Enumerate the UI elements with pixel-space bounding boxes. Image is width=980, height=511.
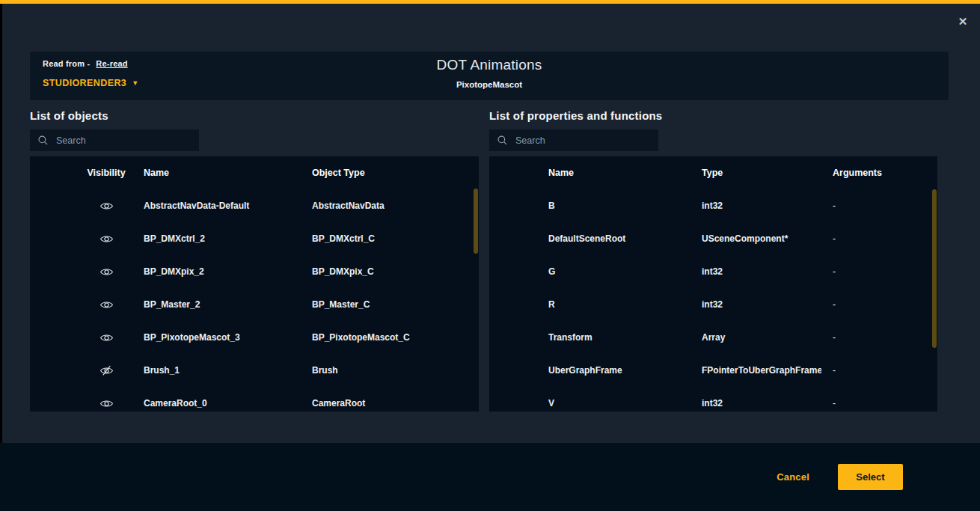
properties-table-body: Bint32-DefaultSceneRootUSceneComponent*-… — [489, 189, 937, 411]
object-name: CameraRoot_0 — [133, 398, 301, 409]
objects-table-body: AbstractNavData-DefaultAbstractNavDataBP… — [30, 189, 479, 411]
property-row[interactable]: UberGraphFrameFPointerToUberGraphFrame- — [489, 354, 937, 387]
object-name: BP_DMXpix_2 — [133, 266, 301, 277]
objects-search-box — [30, 129, 199, 151]
object-row[interactable]: BP_PixotopeMascot_3BP_PixotopeMascot_C — [30, 321, 479, 354]
visibility-cell — [98, 362, 114, 379]
property-name: UberGraphFrame — [537, 365, 690, 376]
visibility-cell — [98, 395, 114, 411]
object-type: AbstractNavData — [301, 201, 479, 211]
object-row[interactable]: BP_DMXctrl_2BP_DMXctrl_C — [30, 222, 479, 255]
visibility-toggle[interactable] — [98, 395, 114, 411]
object-name: Brush_1 — [133, 365, 301, 376]
property-name: V — [537, 398, 690, 409]
properties-panel-heading: List of properties and functions — [489, 109, 937, 122]
visibility-cell — [98, 198, 114, 214]
property-name: Transform — [537, 332, 690, 343]
property-name: R — [537, 299, 690, 310]
object-row[interactable]: Brush_1Brush — [30, 354, 479, 387]
object-type: BP_PixotopeMascot_C — [301, 332, 479, 343]
column-header-arguments: Arguments — [821, 168, 937, 178]
property-row[interactable]: DefaultSceneRootUSceneComponent*- — [489, 222, 937, 255]
search-icon — [497, 135, 508, 146]
eye-icon — [99, 265, 114, 279]
property-type: USceneComponent* — [690, 233, 821, 244]
eye-icon — [99, 199, 114, 213]
reread-link[interactable]: Re-read — [96, 59, 127, 68]
object-type: BP_DMXctrl_C — [301, 233, 479, 244]
object-row[interactable]: CameraRoot_0CameraRoot — [30, 387, 479, 411]
dialog-footer: Cancel Select — [0, 443, 980, 511]
source-selector-value: STUDIORENDER3 — [43, 78, 126, 88]
property-type: int32 — [690, 201, 821, 211]
properties-search-box — [489, 129, 658, 151]
accent-top-bar — [0, 0, 980, 4]
select-button[interactable]: Select — [838, 464, 903, 490]
property-row[interactable]: Bint32- — [489, 189, 937, 222]
property-type: int32 — [690, 266, 821, 277]
object-type: Brush — [301, 365, 479, 376]
read-from-block: Read from -Re-read STUDIORENDER3▼ — [43, 59, 138, 88]
objects-search-input[interactable] — [49, 129, 199, 151]
properties-panel: List of properties and functions Name Ty… — [489, 109, 937, 411]
dialog-header: Read from -Re-read STUDIORENDER3▼ DOT An… — [30, 52, 949, 100]
dot-animations-dialog: ✕ Read from -Re-read STUDIORENDER3▼ DOT … — [0, 0, 980, 511]
property-row[interactable]: Rint32- — [489, 288, 937, 321]
visibility-toggle[interactable] — [98, 230, 114, 247]
column-header-name: Name — [133, 168, 301, 178]
column-header-visibility: Visibility — [87, 168, 125, 178]
column-header-name: Name — [537, 168, 690, 178]
cancel-button[interactable]: Cancel — [777, 471, 809, 483]
object-row[interactable]: BP_Master_2BP_Master_C — [30, 288, 479, 321]
property-arguments: - — [821, 332, 937, 343]
object-row[interactable]: AbstractNavData-DefaultAbstractNavData — [30, 189, 479, 222]
object-type: BP_Master_C — [301, 299, 479, 310]
property-type: FPointerToUberGraphFrame — [690, 365, 821, 376]
window-edge — [0, 0, 2, 511]
visibility-toggle[interactable] — [98, 329, 114, 346]
property-name: G — [537, 266, 690, 277]
eye-icon — [99, 397, 114, 411]
visibility-cell — [98, 329, 114, 346]
property-arguments: - — [821, 201, 937, 211]
page-subtitle: PixotopeMascot — [340, 80, 639, 89]
property-row[interactable]: TransformArray- — [489, 321, 937, 354]
property-row[interactable]: Gint32- — [489, 255, 937, 288]
property-name: B — [537, 201, 690, 211]
property-arguments: - — [821, 233, 937, 244]
object-name: AbstractNavData-Default — [133, 201, 301, 211]
search-icon — [37, 135, 49, 146]
visibility-toggle[interactable] — [98, 296, 114, 313]
visibility-cell — [98, 296, 114, 313]
property-row[interactable]: Vint32- — [489, 387, 937, 411]
visibility-toggle[interactable] — [98, 263, 114, 280]
objects-table-scrollbar[interactable] — [474, 189, 478, 254]
property-type: int32 — [690, 299, 821, 310]
column-header-type: Type — [690, 168, 821, 178]
close-icon[interactable]: ✕ — [955, 14, 970, 29]
read-from-label: Read from - — [43, 59, 90, 68]
property-arguments: - — [821, 299, 937, 310]
properties-table-scrollbar[interactable] — [932, 189, 937, 348]
eye-icon — [99, 298, 114, 312]
object-name: BP_DMXctrl_2 — [133, 233, 301, 244]
property-type: Array — [690, 332, 821, 343]
object-name: BP_Master_2 — [133, 299, 301, 310]
eye-icon — [99, 232, 114, 246]
property-name: DefaultSceneRoot — [537, 233, 690, 244]
column-header-object-type: Object Type — [301, 168, 479, 178]
property-type: int32 — [690, 398, 821, 409]
visibility-toggle[interactable] — [98, 198, 114, 214]
dialog-title-block: DOT Animations PixotopeMascot — [340, 52, 639, 89]
source-selector-dropdown[interactable]: STUDIORENDER3▼ — [43, 78, 138, 88]
property-arguments: - — [821, 398, 937, 409]
eye-off-icon — [99, 364, 114, 378]
visibility-cell — [98, 230, 114, 247]
properties-search-input[interactable] — [508, 129, 658, 151]
object-row[interactable]: BP_DMXpix_2BP_DMXpix_C — [30, 255, 479, 288]
visibility-cell — [98, 263, 114, 280]
property-arguments: - — [821, 266, 937, 277]
eye-icon — [99, 331, 114, 345]
visibility-toggle[interactable] — [98, 362, 114, 379]
objects-panel: List of objects Visibility Name Object T… — [30, 109, 479, 411]
